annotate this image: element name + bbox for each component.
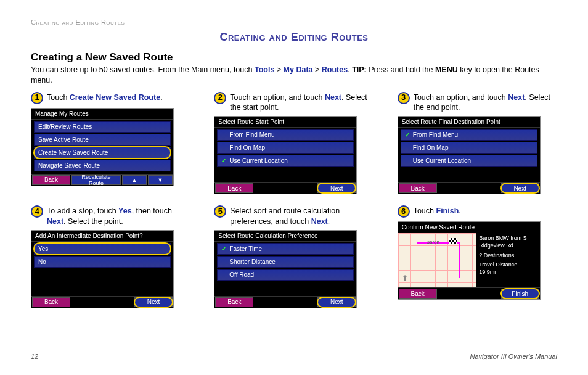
step-number-icon: 5 xyxy=(214,205,226,218)
route-name: Baron BMW from S Ridgeview Rd xyxy=(479,235,537,249)
list-item[interactable]: From Find Menu xyxy=(217,129,354,141)
intro-text: You can store up to 50 saved routes. Fro… xyxy=(31,65,557,86)
up-arrow-button[interactable]: ▲ xyxy=(122,175,147,185)
back-button[interactable]: Back xyxy=(215,297,253,307)
next-button[interactable]: Next xyxy=(501,183,539,193)
next-button[interactable]: Next xyxy=(317,183,356,193)
gps-screenshot-6: Confirm New Saved Route ⬆ Baron Baron BM… xyxy=(398,221,541,300)
recalculate-button[interactable]: Recalculate Route xyxy=(71,175,121,185)
list-item[interactable]: Off Road xyxy=(217,269,354,281)
gps-screenshot-2: Select Route Start Point From Find Menu … xyxy=(214,116,357,194)
travel-distance: Travel Distance: 19.9mi xyxy=(479,262,537,276)
list-item[interactable]: Use Current Location xyxy=(401,155,537,167)
page-title: Creating and Editing Routes xyxy=(31,31,557,44)
step-number-icon: 2 xyxy=(214,92,226,104)
step-2: 2 Touch an option, and touch Next. Selec… xyxy=(214,92,374,195)
section-title: Creating a New Saved Route xyxy=(31,51,557,64)
list-item[interactable]: Shorter Distance xyxy=(217,256,354,268)
list-item[interactable]: Find On Map xyxy=(217,142,354,154)
checkered-flag-icon xyxy=(449,238,457,244)
back-button[interactable]: Back xyxy=(215,183,253,193)
step-4: 4 To add a stop, touch Yes, then touch N… xyxy=(31,205,190,308)
gps-screenshot-4: Add An Intermediate Destination Point? Y… xyxy=(31,230,174,308)
step-number-icon: 4 xyxy=(31,205,43,218)
list-item[interactable]: Yes xyxy=(34,243,171,255)
next-button[interactable]: Next xyxy=(317,297,356,307)
list-item[interactable]: ✓Use Current Location xyxy=(217,155,354,167)
step-5: 5 Select sort and route calculation pref… xyxy=(214,205,374,308)
step-number-icon: 1 xyxy=(31,92,43,104)
back-button[interactable]: Back xyxy=(32,297,70,307)
step-number-icon: 6 xyxy=(398,205,410,218)
compass-icon: ⬆ xyxy=(402,274,408,282)
list-item[interactable]: Navigate Saved Route xyxy=(34,160,171,171)
page-footer: 12 Navigator III Owner's Manual xyxy=(31,350,557,360)
manual-title: Navigator III Owner's Manual xyxy=(470,353,558,360)
map-preview: ⬆ Baron xyxy=(398,233,476,287)
step-1: 1 Touch Create New Saved Route. Manage M… xyxy=(31,92,190,195)
down-arrow-button[interactable]: ▼ xyxy=(148,175,173,185)
list-item[interactable]: ✓From Find Menu xyxy=(401,129,537,141)
list-item[interactable]: Create New Saved Route xyxy=(34,147,171,159)
next-button[interactable]: Next xyxy=(134,297,173,307)
back-button[interactable]: Back xyxy=(399,183,437,193)
step-number-icon: 3 xyxy=(398,92,410,104)
list-item[interactable]: Edit/Review Routes xyxy=(34,121,171,133)
step-6: 6 Touch Finish. Confirm New Saved Route … xyxy=(398,205,557,308)
list-item[interactable]: Save Active Route xyxy=(34,134,171,146)
destination-count: 2 Destinations xyxy=(479,252,537,260)
back-button[interactable]: Back xyxy=(32,175,70,185)
list-item[interactable]: Find On Map xyxy=(401,142,537,154)
gps-screenshot-5: Select Route Calculation Preference ✓Fas… xyxy=(214,230,357,308)
gps-screenshot-3: Select Route Final Destination Point ✓Fr… xyxy=(398,116,541,194)
list-item[interactable]: ✓Faster Time xyxy=(217,243,354,255)
breadcrumb: Creating and Editing Routes xyxy=(31,19,557,26)
finish-button[interactable]: Finish xyxy=(501,289,539,299)
gps-screenshot-1: Manage My Routes Edit/Review Routes Save… xyxy=(31,108,174,186)
page-number: 12 xyxy=(31,353,38,360)
back-button[interactable]: Back xyxy=(399,289,437,299)
list-item[interactable]: No xyxy=(34,256,171,268)
step-3: 3 Touch an option, and touch Next. Selec… xyxy=(398,92,557,195)
